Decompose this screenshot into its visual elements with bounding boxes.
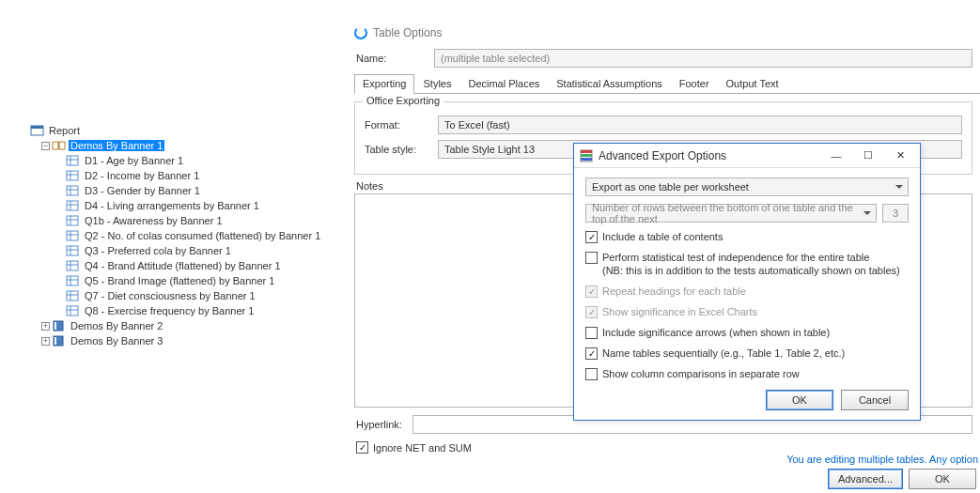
- table-icon: [66, 199, 81, 212]
- table-style-value: Table Style Light 13: [444, 144, 535, 155]
- svg-rect-43: [581, 158, 592, 161]
- maximize-button[interactable]: ☐: [852, 146, 884, 165]
- svg-rect-37: [54, 322, 56, 330]
- dialog-ok-button[interactable]: OK: [766, 390, 833, 410]
- tree-item[interactable]: D4 - Living arrangements by Banner 1: [30, 198, 354, 213]
- rows-between-num-value: 3: [893, 208, 898, 219]
- tree-item[interactable]: Q7 - Diet consciousness by Banner 1: [30, 288, 354, 303]
- tab-decimal[interactable]: Decimal Places: [459, 74, 548, 94]
- pane-title: Table Options: [373, 26, 442, 39]
- significance-arrows-label: Include significance arrows (when shown …: [602, 326, 830, 339]
- tab-output[interactable]: Output Text: [718, 74, 787, 94]
- tree-item[interactable]: Q1b - Awareness by Banner 1: [30, 213, 354, 228]
- advanced-button[interactable]: Advanced...: [828, 469, 903, 489]
- statistical-test-row[interactable]: Perform statistical test of independence…: [585, 251, 909, 277]
- expander-plus-icon[interactable]: +: [41, 337, 50, 346]
- ignore-net-sum-row[interactable]: Ignore NET and SUM: [356, 441, 980, 454]
- format-combo[interactable]: To Excel (fast): [438, 116, 962, 134]
- tree-item-label: D3 - Gender by Banner 1: [83, 185, 202, 196]
- table-icon: [66, 154, 81, 167]
- tree-item[interactable]: Q2 - No. of colas consumed (flattened) b…: [30, 228, 354, 243]
- loading-icon: [354, 26, 367, 39]
- svg-rect-27: [67, 276, 78, 285]
- tree-item-label: Q4 - Brand Attitude (flattened) by Banne…: [83, 260, 283, 271]
- book-closed-icon: [52, 319, 67, 332]
- tab-exporting[interactable]: Exporting: [354, 74, 414, 94]
- ok-button[interactable]: OK: [909, 469, 976, 489]
- format-value: To Excel (fast): [444, 119, 510, 131]
- advanced-export-dialog: Advanced Export Options — ☐ ✕ Export as …: [573, 143, 921, 421]
- export-mode-value: Export as one table per worksheet: [592, 181, 749, 193]
- ignore-net-sum-checkbox[interactable]: [356, 441, 368, 454]
- advanced-button-label: Advanced...: [838, 473, 893, 485]
- tree-item[interactable]: Q3 - Preferred cola by Banner 1: [30, 243, 354, 258]
- table-icon: [66, 229, 81, 242]
- significance-arrows-checkbox[interactable]: [585, 327, 598, 339]
- name-sequentially-checkbox[interactable]: [585, 347, 598, 360]
- tree-item-label: Q7 - Diet consciousness by Banner 1: [83, 290, 257, 301]
- table-icon: [66, 259, 81, 272]
- tree-node-label: Demos By Banner 3: [69, 335, 164, 347]
- svg-rect-33: [67, 306, 78, 316]
- column-comparisons-checkbox[interactable]: [585, 368, 598, 380]
- dialog-titlebar[interactable]: Advanced Export Options — ☐ ✕: [574, 144, 920, 168]
- status-text: You are editing multiple tables. Any opt…: [786, 454, 980, 465]
- show-significance-checkbox: [585, 306, 598, 318]
- rows-between-value: Number of rows between the bottom of one…: [592, 202, 859, 224]
- tab-statistical[interactable]: Statistical Assumptions: [548, 74, 671, 94]
- hyperlink-label: Hyperlink:: [354, 419, 412, 430]
- dialog-cancel-label: Cancel: [859, 394, 891, 406]
- statistical-test-checkbox[interactable]: [585, 252, 598, 264]
- svg-rect-30: [67, 291, 78, 300]
- expander-minus-icon[interactable]: −: [41, 142, 50, 150]
- table-icon: [66, 169, 81, 182]
- tree-node-demos-2[interactable]: + Demos By Banner 2: [30, 318, 354, 333]
- svg-rect-39: [54, 337, 56, 345]
- include-toc-row[interactable]: Include a table of contents: [585, 230, 909, 243]
- tab-footer[interactable]: Footer: [671, 74, 718, 94]
- tree-item[interactable]: Q8 - Exercise frequency by Banner 1: [30, 303, 354, 318]
- dialog-cancel-button[interactable]: Cancel: [841, 390, 909, 410]
- svg-rect-41: [581, 150, 592, 153]
- statistical-test-label-1: Perform statistical test of independence…: [602, 252, 869, 263]
- tab-styles[interactable]: Styles: [414, 74, 459, 94]
- tree-item[interactable]: D3 - Gender by Banner 1: [30, 183, 354, 198]
- tree-item[interactable]: D1 - Age by Banner 1: [30, 153, 354, 168]
- tree-item-label: Q3 - Preferred cola by Banner 1: [83, 245, 233, 256]
- tree-item-label: Q2 - No. of colas consumed (flattened) b…: [83, 230, 322, 241]
- dialog-ok-label: OK: [792, 394, 807, 406]
- name-field[interactable]: (multiple table selected): [434, 49, 972, 68]
- table-icon: [66, 304, 81, 317]
- tree-item[interactable]: Q5 - Brand Image (flattened) by Banner 1: [30, 273, 354, 288]
- tree-item[interactable]: D2 - Income by Banner 1: [30, 168, 354, 183]
- book-closed-icon: [52, 334, 67, 347]
- tree-node-demos-1[interactable]: − Demos By Banner 1: [30, 138, 354, 153]
- tree-item-label: Q1b - Awareness by Banner 1: [83, 215, 225, 226]
- rows-between-number[interactable]: 3: [882, 204, 909, 223]
- svg-rect-9: [67, 186, 78, 195]
- tree-item[interactable]: Q4 - Brand Attitude (flattened) by Banne…: [30, 258, 354, 273]
- significance-arrows-row[interactable]: Include significance arrows (when shown …: [585, 326, 909, 339]
- tree-node-label: Demos By Banner 1: [69, 140, 164, 151]
- svg-rect-1: [31, 126, 43, 129]
- table-icon: [66, 244, 81, 257]
- dialog-icon: [580, 149, 593, 162]
- group-title: Office Exporting: [363, 95, 443, 106]
- repeat-headings-row: Repeat headings for each table: [585, 285, 909, 298]
- svg-rect-18: [67, 231, 78, 240]
- include-toc-checkbox[interactable]: [585, 231, 598, 243]
- repeat-headings-checkbox: [585, 285, 598, 298]
- svg-rect-42: [581, 154, 592, 157]
- rows-between-combo[interactable]: Number of rows between the bottom of one…: [585, 204, 877, 223]
- tree-node-demos-3[interactable]: + Demos By Banner 3: [30, 333, 354, 348]
- export-mode-combo[interactable]: Export as one table per worksheet: [585, 177, 909, 196]
- minimize-button[interactable]: —: [820, 146, 852, 165]
- column-comparisons-label: Show column comparisons in separate row: [602, 367, 800, 380]
- close-button[interactable]: ✕: [884, 146, 916, 165]
- tree-root-report[interactable]: Report: [30, 123, 354, 138]
- name-sequentially-row[interactable]: Name tables sequentially (e.g., Table 1,…: [585, 347, 909, 360]
- expander-plus-icon[interactable]: +: [41, 322, 50, 331]
- svg-rect-3: [67, 156, 78, 165]
- table-icon: [66, 184, 81, 197]
- column-comparisons-row[interactable]: Show column comparisons in separate row: [585, 367, 909, 380]
